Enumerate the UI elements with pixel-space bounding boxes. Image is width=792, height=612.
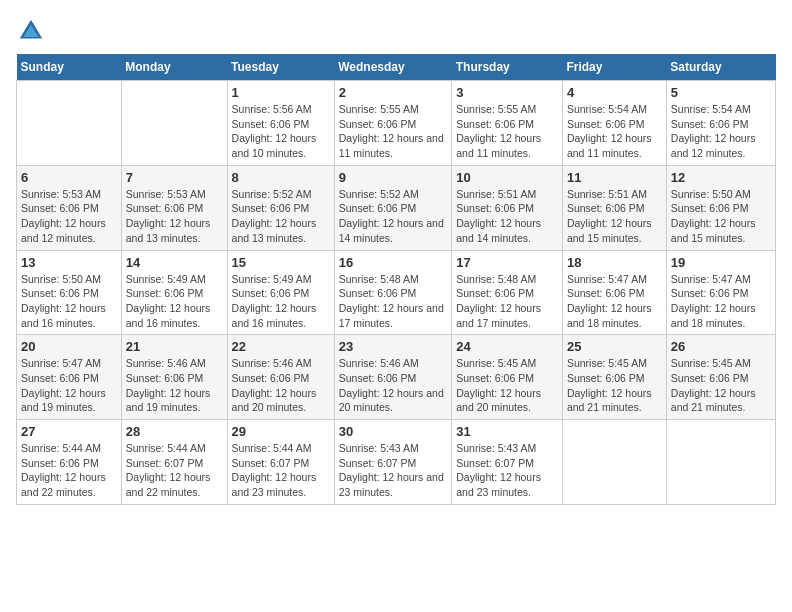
calendar-cell: 16Sunrise: 5:48 AMSunset: 6:06 PMDayligh… [334, 250, 452, 335]
day-number: 28 [126, 424, 223, 439]
day-detail: Sunrise: 5:55 AMSunset: 6:06 PMDaylight:… [456, 102, 558, 161]
day-number: 30 [339, 424, 448, 439]
calendar-week-row: 13Sunrise: 5:50 AMSunset: 6:06 PMDayligh… [17, 250, 776, 335]
day-number: 14 [126, 255, 223, 270]
day-number: 25 [567, 339, 662, 354]
day-number: 8 [232, 170, 330, 185]
day-number: 7 [126, 170, 223, 185]
calendar-cell: 17Sunrise: 5:48 AMSunset: 6:06 PMDayligh… [452, 250, 563, 335]
calendar-cell: 22Sunrise: 5:46 AMSunset: 6:06 PMDayligh… [227, 335, 334, 420]
weekday-header: Friday [562, 54, 666, 81]
calendar-cell: 9Sunrise: 5:52 AMSunset: 6:06 PMDaylight… [334, 165, 452, 250]
weekday-header: Tuesday [227, 54, 334, 81]
calendar-cell: 6Sunrise: 5:53 AMSunset: 6:06 PMDaylight… [17, 165, 122, 250]
day-detail: Sunrise: 5:53 AMSunset: 6:06 PMDaylight:… [126, 187, 223, 246]
calendar-cell [17, 81, 122, 166]
calendar-cell: 8Sunrise: 5:52 AMSunset: 6:06 PMDaylight… [227, 165, 334, 250]
day-detail: Sunrise: 5:49 AMSunset: 6:06 PMDaylight:… [126, 272, 223, 331]
calendar-cell: 2Sunrise: 5:55 AMSunset: 6:06 PMDaylight… [334, 81, 452, 166]
day-detail: Sunrise: 5:56 AMSunset: 6:06 PMDaylight:… [232, 102, 330, 161]
page-header [16, 16, 776, 46]
calendar-cell: 3Sunrise: 5:55 AMSunset: 6:06 PMDaylight… [452, 81, 563, 166]
day-detail: Sunrise: 5:45 AMSunset: 6:06 PMDaylight:… [671, 356, 771, 415]
day-detail: Sunrise: 5:51 AMSunset: 6:06 PMDaylight:… [567, 187, 662, 246]
calendar-week-row: 27Sunrise: 5:44 AMSunset: 6:06 PMDayligh… [17, 420, 776, 505]
day-detail: Sunrise: 5:45 AMSunset: 6:06 PMDaylight:… [456, 356, 558, 415]
calendar-week-row: 6Sunrise: 5:53 AMSunset: 6:06 PMDaylight… [17, 165, 776, 250]
weekday-header: Wednesday [334, 54, 452, 81]
day-detail: Sunrise: 5:50 AMSunset: 6:06 PMDaylight:… [671, 187, 771, 246]
day-detail: Sunrise: 5:44 AMSunset: 6:07 PMDaylight:… [126, 441, 223, 500]
calendar-cell: 7Sunrise: 5:53 AMSunset: 6:06 PMDaylight… [121, 165, 227, 250]
day-number: 15 [232, 255, 330, 270]
day-detail: Sunrise: 5:46 AMSunset: 6:06 PMDaylight:… [232, 356, 330, 415]
day-detail: Sunrise: 5:44 AMSunset: 6:07 PMDaylight:… [232, 441, 330, 500]
day-number: 10 [456, 170, 558, 185]
calendar-week-row: 20Sunrise: 5:47 AMSunset: 6:06 PMDayligh… [17, 335, 776, 420]
calendar-cell: 21Sunrise: 5:46 AMSunset: 6:06 PMDayligh… [121, 335, 227, 420]
day-number: 16 [339, 255, 448, 270]
day-number: 2 [339, 85, 448, 100]
calendar-week-row: 1Sunrise: 5:56 AMSunset: 6:06 PMDaylight… [17, 81, 776, 166]
calendar-cell: 23Sunrise: 5:46 AMSunset: 6:06 PMDayligh… [334, 335, 452, 420]
calendar-cell: 25Sunrise: 5:45 AMSunset: 6:06 PMDayligh… [562, 335, 666, 420]
day-number: 18 [567, 255, 662, 270]
day-detail: Sunrise: 5:43 AMSunset: 6:07 PMDaylight:… [456, 441, 558, 500]
day-number: 26 [671, 339, 771, 354]
day-detail: Sunrise: 5:48 AMSunset: 6:06 PMDaylight:… [339, 272, 448, 331]
day-number: 5 [671, 85, 771, 100]
day-number: 20 [21, 339, 117, 354]
calendar-cell: 26Sunrise: 5:45 AMSunset: 6:06 PMDayligh… [666, 335, 775, 420]
weekday-header: Saturday [666, 54, 775, 81]
logo [16, 16, 50, 46]
calendar-table: SundayMondayTuesdayWednesdayThursdayFrid… [16, 54, 776, 505]
calendar-cell: 30Sunrise: 5:43 AMSunset: 6:07 PMDayligh… [334, 420, 452, 505]
day-number: 3 [456, 85, 558, 100]
day-detail: Sunrise: 5:47 AMSunset: 6:06 PMDaylight:… [567, 272, 662, 331]
day-detail: Sunrise: 5:46 AMSunset: 6:06 PMDaylight:… [339, 356, 448, 415]
logo-icon [16, 16, 46, 46]
day-detail: Sunrise: 5:54 AMSunset: 6:06 PMDaylight:… [671, 102, 771, 161]
day-detail: Sunrise: 5:43 AMSunset: 6:07 PMDaylight:… [339, 441, 448, 500]
calendar-cell: 10Sunrise: 5:51 AMSunset: 6:06 PMDayligh… [452, 165, 563, 250]
day-number: 27 [21, 424, 117, 439]
day-number: 19 [671, 255, 771, 270]
day-number: 21 [126, 339, 223, 354]
calendar-cell: 24Sunrise: 5:45 AMSunset: 6:06 PMDayligh… [452, 335, 563, 420]
calendar-cell: 28Sunrise: 5:44 AMSunset: 6:07 PMDayligh… [121, 420, 227, 505]
calendar-cell: 5Sunrise: 5:54 AMSunset: 6:06 PMDaylight… [666, 81, 775, 166]
day-detail: Sunrise: 5:55 AMSunset: 6:06 PMDaylight:… [339, 102, 448, 161]
day-detail: Sunrise: 5:46 AMSunset: 6:06 PMDaylight:… [126, 356, 223, 415]
calendar-cell: 20Sunrise: 5:47 AMSunset: 6:06 PMDayligh… [17, 335, 122, 420]
calendar-cell: 14Sunrise: 5:49 AMSunset: 6:06 PMDayligh… [121, 250, 227, 335]
day-detail: Sunrise: 5:54 AMSunset: 6:06 PMDaylight:… [567, 102, 662, 161]
day-detail: Sunrise: 5:52 AMSunset: 6:06 PMDaylight:… [339, 187, 448, 246]
calendar-cell [121, 81, 227, 166]
day-number: 12 [671, 170, 771, 185]
day-number: 29 [232, 424, 330, 439]
day-detail: Sunrise: 5:49 AMSunset: 6:06 PMDaylight:… [232, 272, 330, 331]
calendar-cell: 27Sunrise: 5:44 AMSunset: 6:06 PMDayligh… [17, 420, 122, 505]
day-number: 6 [21, 170, 117, 185]
day-detail: Sunrise: 5:47 AMSunset: 6:06 PMDaylight:… [21, 356, 117, 415]
weekday-header: Thursday [452, 54, 563, 81]
day-number: 23 [339, 339, 448, 354]
day-detail: Sunrise: 5:53 AMSunset: 6:06 PMDaylight:… [21, 187, 117, 246]
day-detail: Sunrise: 5:51 AMSunset: 6:06 PMDaylight:… [456, 187, 558, 246]
day-number: 17 [456, 255, 558, 270]
day-detail: Sunrise: 5:44 AMSunset: 6:06 PMDaylight:… [21, 441, 117, 500]
calendar-cell: 11Sunrise: 5:51 AMSunset: 6:06 PMDayligh… [562, 165, 666, 250]
day-detail: Sunrise: 5:50 AMSunset: 6:06 PMDaylight:… [21, 272, 117, 331]
calendar-cell: 31Sunrise: 5:43 AMSunset: 6:07 PMDayligh… [452, 420, 563, 505]
day-detail: Sunrise: 5:45 AMSunset: 6:06 PMDaylight:… [567, 356, 662, 415]
day-number: 24 [456, 339, 558, 354]
calendar-cell [562, 420, 666, 505]
day-number: 13 [21, 255, 117, 270]
calendar-cell: 19Sunrise: 5:47 AMSunset: 6:06 PMDayligh… [666, 250, 775, 335]
day-number: 31 [456, 424, 558, 439]
day-number: 11 [567, 170, 662, 185]
calendar-cell: 4Sunrise: 5:54 AMSunset: 6:06 PMDaylight… [562, 81, 666, 166]
weekday-header-row: SundayMondayTuesdayWednesdayThursdayFrid… [17, 54, 776, 81]
day-number: 4 [567, 85, 662, 100]
day-number: 1 [232, 85, 330, 100]
